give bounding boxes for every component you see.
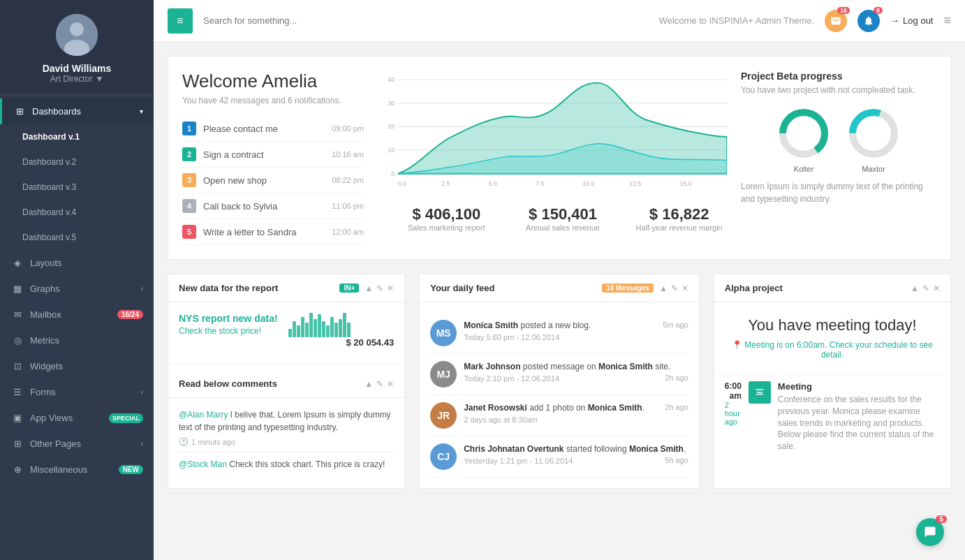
widget-icon: ⊡ <box>10 361 24 371</box>
collapse-icon[interactable]: ▲ <box>364 283 373 293</box>
pin-icon: 📍 <box>732 340 742 350</box>
sidebar-item-dashboard-v3[interactable]: Dashboard v.3 <box>0 175 154 200</box>
misc-badge: NEW <box>119 465 143 474</box>
feed-text: Janet Rosowski add 1 photo on Monica Smi… <box>464 402 688 414</box>
alpha-panel: Alpha project ▲ ✎ ✕ You have meeting tod… <box>714 274 951 489</box>
feed-text: Monica Smith posted a new blog. 5m ago <box>464 320 688 332</box>
chevron-left-icon: ‹ <box>141 285 143 293</box>
app-icon: ▣ <box>10 413 24 423</box>
svg-text:10: 10 <box>388 147 395 154</box>
sidebar-item-layouts[interactable]: ◈ Layouts <box>0 250 154 276</box>
donut-kolter: Kolter <box>776 105 832 173</box>
sidebar-item-dashboard-v4[interactable]: Dashboard v.4 <box>0 200 154 225</box>
feed-content: Mark Johnson posted message on Monica Sm… <box>464 361 688 388</box>
comment2-user-link[interactable]: @Stock Man <box>179 459 227 469</box>
sidebar-item-app-views[interactable]: ▣ App Views SPECIAL <box>0 405 154 431</box>
profile-name: David Williams <box>43 63 112 74</box>
nav-section: ⊞ Dashboards ▾ Dashboard v.1 Dashboard v… <box>0 95 154 486</box>
donut-maxtor: Maxtor <box>846 105 901 173</box>
list-item: 4 Call back to Sylvia 11:06 pm <box>182 193 364 219</box>
close-icon3[interactable]: ✕ <box>682 283 688 293</box>
panel-controls2: ▲ ✎ ✕ <box>364 379 394 389</box>
layout-icon: ◈ <box>10 258 24 268</box>
edit-icon3[interactable]: ✎ <box>671 283 678 293</box>
collapse-icon3[interactable]: ▲ <box>659 283 668 293</box>
metric-annual: $ 150,401 Annual sales revenue <box>515 205 611 232</box>
sidebar: David Williams Art Director ▼ ⊞ Dashboar… <box>0 0 154 560</box>
avatar <box>56 14 98 56</box>
svg-text:7.5: 7.5 <box>536 180 544 187</box>
sidebar-item-dashboard-v5[interactable]: Dashboard v.5 <box>0 225 154 250</box>
grid-icon: ⊞ <box>13 106 27 117</box>
alpha-panel-controls: ▲ ✎ ✕ <box>911 283 940 293</box>
stock-link[interactable]: Check the stock price! <box>179 326 278 336</box>
edit-icon[interactable]: ✎ <box>376 283 383 293</box>
feed-tag: 10 Messages <box>602 283 654 293</box>
close-icon2[interactable]: ✕ <box>387 379 394 389</box>
svg-text:15.0: 15.0 <box>680 180 692 187</box>
svg-text:30: 30 <box>388 100 395 107</box>
close-icon[interactable]: ✕ <box>387 283 394 293</box>
feed-content: Monica Smith posted a new blog. 5m ago T… <box>464 320 688 346</box>
collapse-icon4[interactable]: ▲ <box>911 283 919 293</box>
task-list: 1 Please contact me 09:00 pm 2 Sign a co… <box>182 116 364 245</box>
logout-button[interactable]: → Log out <box>890 15 933 26</box>
chevron-down-icon: ▾ <box>140 108 143 115</box>
sidebar-item-other-pages[interactable]: ⊞ Other Pages ‹ <box>0 431 154 457</box>
comment1-meta: 🕐 1 minuts ago <box>179 437 394 446</box>
comment1-user-link[interactable]: @Alan Marry <box>179 410 228 420</box>
svg-text:0.0: 0.0 <box>398 180 406 187</box>
clock-icon: 🕐 <box>179 437 189 446</box>
welcome-left: Welcome Amelia You have 42 messages and … <box>182 71 364 245</box>
sidebar-item-mailbox[interactable]: ✉ Mailbox 16/24 <box>0 302 154 327</box>
feed-panel-header: Your daily feed 10 Messages ▲ ✎ ✕ <box>420 274 699 302</box>
mail-button[interactable]: 16 <box>825 10 847 32</box>
chat-bubble-button[interactable]: 5 <box>916 518 944 546</box>
avatar: MJ <box>430 361 457 388</box>
app-views-badge: SPECIAL <box>109 413 143 423</box>
kolter-chart <box>776 105 832 161</box>
maxtor-label: Maxtor <box>862 165 885 173</box>
bell-button[interactable]: 8 <box>857 10 880 32</box>
sidebar-item-dashboard-v2[interactable]: Dashboard v.2 <box>0 149 154 175</box>
sidebar-item-forms[interactable]: ☰ Forms ‹ <box>0 379 154 405</box>
comment-2: @Stock Man Check this stock chart. This … <box>179 458 394 471</box>
lines-icon[interactable]: ≡ <box>943 13 951 28</box>
welcome-subtitle: You have 42 messages and 6 notifications… <box>182 96 364 105</box>
meeting-info: Meeting Conference on the sales results … <box>778 381 940 452</box>
task-number: 2 <box>182 147 196 161</box>
comment-1: @Alan Marry I belive that. Lorem Ipsum i… <box>179 408 394 434</box>
sidebar-item-graphs[interactable]: ▦ Graphs ‹ <box>0 276 154 302</box>
edit-icon2[interactable]: ✎ <box>376 379 383 389</box>
report-panel-header: New data for the report IN+ ▲ ✎ ✕ <box>168 274 404 302</box>
header-right: Welcome to INSPINIA+ Admin Theme. 16 8 →… <box>659 10 951 32</box>
collapse-icon2[interactable]: ▲ <box>364 379 373 389</box>
sidebar-item-miscellaneous[interactable]: ⊕ Miscellaneous NEW <box>0 457 154 482</box>
avatar: MS <box>430 320 457 346</box>
sidebar-item-dashboard-v1[interactable]: Dashboard v.1 <box>0 124 154 149</box>
feed-panel-body: MS Monica Smith posted a new blog. 5m ag… <box>420 302 699 488</box>
sidebar-item-dashboards[interactable]: ⊞ Dashboards ▾ <box>0 98 154 124</box>
svg-text:10.0: 10.0 <box>582 180 594 187</box>
report-highlight: NYS report new data! Check the stock pri… <box>179 313 394 348</box>
mailbox-badge: 16/24 <box>117 310 143 319</box>
meeting-card: 6:00 am 2 hour ago Meeting Conference on… <box>714 374 950 459</box>
list-item: 2 Sign a contract 10:16 am <box>182 142 364 168</box>
svg-text:5.0: 5.0 <box>489 180 497 187</box>
svg-text:20: 20 <box>388 123 395 130</box>
edit-icon4[interactable]: ✎ <box>922 283 929 293</box>
welcome-section: Welcome Amelia You have 42 messages and … <box>168 56 951 260</box>
search-input[interactable] <box>203 15 482 26</box>
close-icon4[interactable]: ✕ <box>933 283 940 293</box>
task-number: 3 <box>182 173 196 187</box>
task-number: 5 <box>182 225 196 239</box>
sidebar-item-widgets[interactable]: ⊡ Widgets <box>0 353 154 379</box>
svg-text:0: 0 <box>391 170 395 177</box>
feed-item: MS Monica Smith posted a new blog. 5m ag… <box>430 313 688 354</box>
report-panel: New data for the report IN+ ▲ ✎ ✕ NYS re… <box>168 274 405 489</box>
menu-toggle-button[interactable]: ≡ <box>168 8 193 34</box>
comments-panel-header: Read below comments ▲ ✎ ✕ <box>168 370 404 398</box>
header: ≡ Welcome to INSPINIA+ Admin Theme. 16 8… <box>154 0 965 42</box>
donut-charts-row: Kolter Maxtor <box>741 105 936 173</box>
sidebar-item-metrics[interactable]: ◎ Metrics <box>0 327 154 353</box>
